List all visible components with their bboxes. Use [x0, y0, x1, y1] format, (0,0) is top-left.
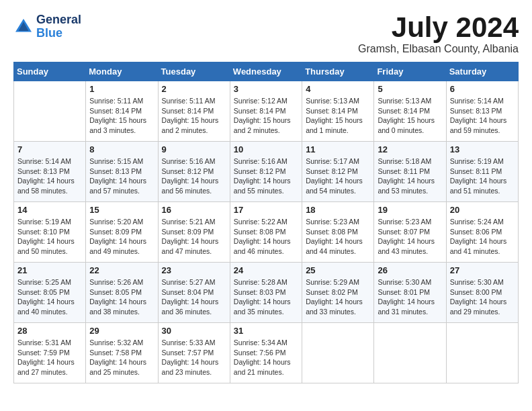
title-block: July 2024 Gramsh, Elbasan County, Albani… — [358, 13, 519, 55]
calendar-cell: 21Sunrise: 5:25 AMSunset: 8:05 PMDayligh… — [14, 263, 86, 323]
calendar-cell: 19Sunrise: 5:23 AMSunset: 8:07 PMDayligh… — [374, 202, 446, 263]
day-number: 7 — [17, 144, 82, 154]
day-info: Sunrise: 5:25 AMSunset: 8:05 PMDaylight:… — [17, 277, 82, 317]
calendar-cell — [374, 323, 446, 383]
calendar-cell: 22Sunrise: 5:26 AMSunset: 8:05 PMDayligh… — [86, 263, 158, 323]
calendar-week-row: 28Sunrise: 5:31 AMSunset: 7:59 PMDayligh… — [14, 323, 519, 383]
calendar-cell: 28Sunrise: 5:31 AMSunset: 7:59 PMDayligh… — [14, 323, 86, 383]
day-number: 11 — [306, 144, 370, 154]
weekday-header: Friday — [374, 62, 446, 81]
day-info: Sunrise: 5:29 AMSunset: 8:02 PMDaylight:… — [306, 277, 370, 317]
day-info: Sunrise: 5:33 AMSunset: 7:57 PMDaylight:… — [162, 338, 226, 377]
weekday-header: Thursday — [302, 62, 374, 81]
calendar-cell: 8Sunrise: 5:15 AMSunset: 8:13 PMDaylight… — [86, 142, 158, 202]
calendar-cell: 3Sunrise: 5:12 AMSunset: 8:14 PMDaylight… — [230, 81, 302, 142]
calendar-table: SundayMondayTuesdayWednesdayThursdayFrid… — [13, 62, 519, 383]
day-info: Sunrise: 5:19 AMSunset: 8:10 PMDaylight:… — [17, 217, 82, 257]
logo-general: General — [36, 13, 81, 27]
day-number: 2 — [162, 84, 226, 94]
day-number: 21 — [17, 265, 82, 275]
day-info: Sunrise: 5:14 AMSunset: 8:13 PMDaylight:… — [17, 156, 82, 196]
calendar-cell: 1Sunrise: 5:11 AMSunset: 8:14 PMDaylight… — [86, 81, 158, 142]
logo-blue: Blue — [36, 27, 81, 40]
calendar-cell: 26Sunrise: 5:30 AMSunset: 8:01 PMDayligh… — [374, 263, 446, 323]
calendar-cell: 7Sunrise: 5:14 AMSunset: 8:13 PMDaylight… — [14, 142, 86, 202]
day-info: Sunrise: 5:24 AMSunset: 8:06 PMDaylight:… — [450, 217, 515, 257]
calendar-cell: 5Sunrise: 5:13 AMSunset: 8:14 PMDaylight… — [374, 81, 446, 142]
weekday-header: Sunday — [14, 62, 86, 81]
day-info: Sunrise: 5:27 AMSunset: 8:04 PMDaylight:… — [162, 277, 226, 317]
day-number: 6 — [450, 84, 515, 94]
calendar-week-row: 1Sunrise: 5:11 AMSunset: 8:14 PMDaylight… — [14, 81, 519, 142]
logo: General Blue — [13, 13, 81, 40]
day-info: Sunrise: 5:12 AMSunset: 8:14 PMDaylight:… — [234, 96, 298, 136]
day-number: 25 — [306, 265, 370, 275]
logo-icon — [13, 17, 34, 37]
calendar-cell: 18Sunrise: 5:23 AMSunset: 8:08 PMDayligh… — [302, 202, 374, 263]
day-info: Sunrise: 5:11 AMSunset: 8:14 PMDaylight:… — [162, 96, 226, 136]
day-number: 19 — [378, 205, 442, 215]
day-info: Sunrise: 5:20 AMSunset: 8:09 PMDaylight:… — [89, 217, 154, 257]
calendar-cell: 14Sunrise: 5:19 AMSunset: 8:10 PMDayligh… — [14, 202, 86, 263]
calendar-cell: 15Sunrise: 5:20 AMSunset: 8:09 PMDayligh… — [86, 202, 158, 263]
day-info: Sunrise: 5:16 AMSunset: 8:12 PMDaylight:… — [234, 156, 298, 196]
calendar-cell: 10Sunrise: 5:16 AMSunset: 8:12 PMDayligh… — [230, 142, 302, 202]
day-info: Sunrise: 5:32 AMSunset: 7:58 PMDaylight:… — [89, 338, 154, 377]
calendar-cell: 30Sunrise: 5:33 AMSunset: 7:57 PMDayligh… — [158, 323, 230, 383]
day-number: 5 — [378, 84, 442, 94]
day-info: Sunrise: 5:13 AMSunset: 8:14 PMDaylight:… — [306, 96, 370, 136]
day-info: Sunrise: 5:31 AMSunset: 7:59 PMDaylight:… — [17, 338, 82, 377]
day-number: 20 — [450, 205, 515, 215]
day-info: Sunrise: 5:30 AMSunset: 8:01 PMDaylight:… — [378, 277, 442, 317]
day-number: 4 — [306, 84, 370, 94]
calendar-cell: 20Sunrise: 5:24 AMSunset: 8:06 PMDayligh… — [446, 202, 518, 263]
day-info: Sunrise: 5:34 AMSunset: 7:56 PMDaylight:… — [234, 338, 298, 377]
calendar-cell: 31Sunrise: 5:34 AMSunset: 7:56 PMDayligh… — [230, 323, 302, 383]
day-info: Sunrise: 5:18 AMSunset: 8:11 PMDaylight:… — [378, 156, 442, 196]
day-number: 28 — [17, 326, 82, 336]
calendar-cell: 27Sunrise: 5:30 AMSunset: 8:00 PMDayligh… — [446, 263, 518, 323]
day-number: 30 — [162, 326, 226, 336]
calendar-cell — [14, 81, 86, 142]
calendar-cell — [446, 323, 518, 383]
calendar-cell: 25Sunrise: 5:29 AMSunset: 8:02 PMDayligh… — [302, 263, 374, 323]
day-info: Sunrise: 5:23 AMSunset: 8:07 PMDaylight:… — [378, 217, 442, 257]
day-info: Sunrise: 5:17 AMSunset: 8:12 PMDaylight:… — [306, 156, 370, 196]
calendar-week-row: 14Sunrise: 5:19 AMSunset: 8:10 PMDayligh… — [14, 202, 519, 263]
day-info: Sunrise: 5:21 AMSunset: 8:09 PMDaylight:… — [162, 217, 226, 257]
calendar-header-row: SundayMondayTuesdayWednesdayThursdayFrid… — [14, 62, 519, 81]
calendar-cell: 17Sunrise: 5:22 AMSunset: 8:08 PMDayligh… — [230, 202, 302, 263]
day-number: 12 — [378, 144, 442, 154]
day-number: 10 — [234, 144, 298, 154]
calendar-cell: 4Sunrise: 5:13 AMSunset: 8:14 PMDaylight… — [302, 81, 374, 142]
day-info: Sunrise: 5:28 AMSunset: 8:03 PMDaylight:… — [234, 277, 298, 317]
day-number: 18 — [306, 205, 370, 215]
day-number: 9 — [162, 144, 226, 154]
day-number: 24 — [234, 265, 298, 275]
day-number: 16 — [162, 205, 226, 215]
day-number: 26 — [378, 265, 442, 275]
day-number: 29 — [89, 326, 154, 336]
location-subtitle: Gramsh, Elbasan County, Albania — [358, 43, 519, 55]
day-number: 8 — [89, 144, 154, 154]
calendar-cell: 16Sunrise: 5:21 AMSunset: 8:09 PMDayligh… — [158, 202, 230, 263]
day-info: Sunrise: 5:14 AMSunset: 8:13 PMDaylight:… — [450, 96, 515, 136]
calendar-cell: 6Sunrise: 5:14 AMSunset: 8:13 PMDaylight… — [446, 81, 518, 142]
calendar-cell: 23Sunrise: 5:27 AMSunset: 8:04 PMDayligh… — [158, 263, 230, 323]
logo-text: General Blue — [36, 13, 81, 40]
day-info: Sunrise: 5:15 AMSunset: 8:13 PMDaylight:… — [89, 156, 154, 196]
weekday-header: Wednesday — [230, 62, 302, 81]
day-number: 15 — [89, 205, 154, 215]
day-number: 3 — [234, 84, 298, 94]
calendar-cell: 29Sunrise: 5:32 AMSunset: 7:58 PMDayligh… — [86, 323, 158, 383]
calendar-cell: 9Sunrise: 5:16 AMSunset: 8:12 PMDaylight… — [158, 142, 230, 202]
calendar-cell: 11Sunrise: 5:17 AMSunset: 8:12 PMDayligh… — [302, 142, 374, 202]
day-number: 1 — [89, 84, 154, 94]
day-info: Sunrise: 5:13 AMSunset: 8:14 PMDaylight:… — [378, 96, 442, 136]
day-number: 23 — [162, 265, 226, 275]
day-info: Sunrise: 5:19 AMSunset: 8:11 PMDaylight:… — [450, 156, 515, 196]
day-number: 27 — [450, 265, 515, 275]
day-info: Sunrise: 5:26 AMSunset: 8:05 PMDaylight:… — [89, 277, 154, 317]
day-info: Sunrise: 5:11 AMSunset: 8:14 PMDaylight:… — [89, 96, 154, 136]
day-number: 13 — [450, 144, 515, 154]
